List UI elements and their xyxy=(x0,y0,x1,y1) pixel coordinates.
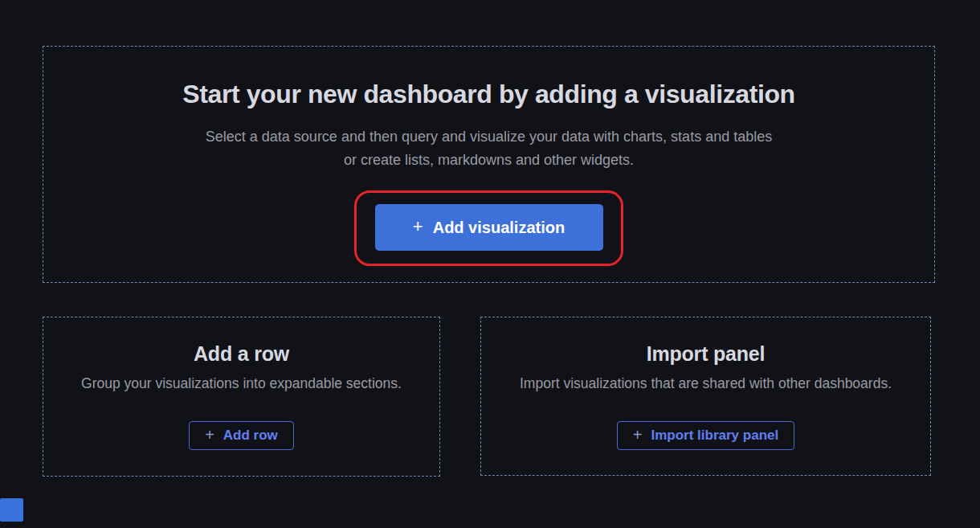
add-row-description: Group your visualizations into expandabl… xyxy=(81,375,402,392)
import-panel-title: Import panel xyxy=(647,342,766,366)
plus-icon: + xyxy=(413,218,423,235)
cta-description: Select a data source and then query and … xyxy=(206,125,772,172)
plus-icon: + xyxy=(205,427,214,443)
cta-title: Start your new dashboard by adding a vis… xyxy=(182,79,794,109)
add-row-panel: Add a row Group your visualizations into… xyxy=(43,317,440,477)
import-panel-description: Import visualizations that are shared wi… xyxy=(520,375,892,392)
cta-description-line1: Select a data source and then query and … xyxy=(206,129,772,145)
add-row-title: Add a row xyxy=(194,342,289,366)
add-row-button-label: Add row xyxy=(223,428,278,444)
new-dashboard-cta-panel: Start your new dashboard by adding a vis… xyxy=(43,46,935,283)
import-panel: Import panel Import visualizations that … xyxy=(480,317,931,476)
corner-marker xyxy=(0,498,23,522)
add-visualization-button-label: Add visualization xyxy=(433,219,565,237)
import-library-panel-button[interactable]: + Import library panel xyxy=(617,421,794,450)
add-visualization-button[interactable]: + Add visualization xyxy=(375,204,603,251)
add-row-button[interactable]: + Add row xyxy=(189,421,294,450)
import-library-panel-button-label: Import library panel xyxy=(651,428,778,444)
plus-icon: + xyxy=(633,427,643,443)
cta-description-line2: or create lists, markdowns and other wid… xyxy=(344,152,634,168)
